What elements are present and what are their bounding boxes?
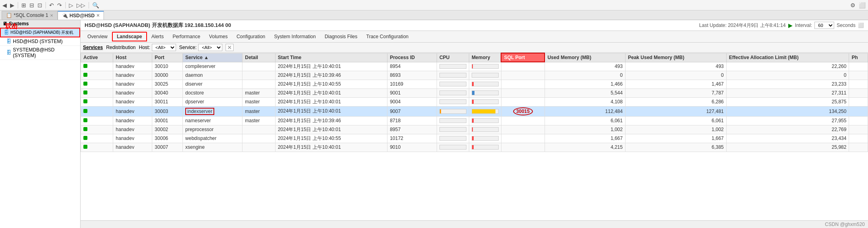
host-select[interactable]: <All> [152,44,176,51]
cell-detail: master [242,97,275,106]
sidebar-item-label-3: SYSTEMDB@HSD (SYSTEM) [13,47,77,58]
tab-trace-configuration[interactable]: Trace Configuration [362,32,413,41]
cell-service: daemon [183,71,242,80]
tab-overview[interactable]: Overview [83,32,112,41]
window-icon[interactable]: ⬜ [858,23,864,28]
col-detail[interactable]: Detail [242,53,275,62]
cell-detail [242,71,275,80]
cell-memory [469,88,501,97]
cell-service: webdispatcher [183,134,242,143]
toolbar-icon-fwd[interactable]: ▶ [9,2,15,9]
sidebar-item-systemdb-hsd[interactable]: 🗄 SYSTEMDB@HSD (SYSTEM) [0,46,80,60]
col-start-time[interactable]: Start Time [275,53,387,62]
cell-ph [849,134,868,143]
col-memory[interactable]: Memory [469,53,501,62]
cell-start-time: 2024年1月15日 上午10:40:01 [275,88,387,97]
cell-cpu [437,62,469,71]
table-row[interactable]: hanadev30001nameservermaster2024年1月15日 上… [81,116,868,125]
toolbar-icon-settings[interactable]: ⚙ [849,2,856,9]
status-green-icon [83,99,87,103]
status-green-icon [83,82,87,86]
col-host[interactable]: Host [113,53,152,62]
sidebar-item-label-2: HSD@HSD (SYSTEM) [13,39,63,44]
service-select[interactable]: <All> [198,44,222,51]
cell-effective-alloc-limit: 134,250 [726,106,849,116]
cell-effective-alloc-limit: 22,260 [726,62,849,71]
status-green-icon [83,118,87,122]
cell-service: diserver [183,80,242,88]
cell-host: hanadev [113,143,152,152]
tab-volumes[interactable]: Volumes [205,32,232,41]
toolbar-icon-search[interactable]: 🔍 [91,2,100,9]
col-process-id[interactable]: Process ID [387,53,437,62]
col-effective-alloc[interactable]: Effective Allocation Limit (MB) [726,53,849,62]
col-service[interactable]: Service ▲ [183,53,242,62]
cell-service: docstore [183,88,242,97]
overview-label: Overview [87,34,108,39]
interval-select[interactable]: 60 30 120 [814,22,834,29]
tab-system-information[interactable]: System Information [270,32,320,41]
toolbar-icon-redo[interactable]: ↷ [56,2,63,9]
toolbar-icon-2[interactable]: ⊟ [29,2,35,9]
cell-active [81,143,113,152]
cell-ph [849,106,868,116]
col-cpu[interactable]: CPU [437,53,469,62]
sidebar-item-hsd-saphana[interactable]: 🗄 HSD@HSD (SAPHANADB) 开发机 [0,28,80,37]
cell-ph [849,116,868,125]
table-row[interactable]: hanadev30002preprocessor2024年1月15日 上午10:… [81,125,868,134]
tab-landscape[interactable]: Landscape [112,32,147,41]
cell-detail [242,125,275,134]
sidebar-item-hsd-system[interactable]: 🗄 HSD@HSD (SYSTEM) [0,37,80,46]
tab-hsd-hsd[interactable]: 🔌 HSD@HSD ✕ [58,11,104,20]
table-container[interactable]: Active Host Port Service ▲ Detail Start … [81,53,868,220]
hsd-tab-icon: 🔌 [62,13,68,18]
cell-start-time: 2024年1月15日 上午10:40:55 [275,134,387,143]
toolbar-icon-3[interactable]: ⊡ [37,2,43,9]
tab-diagnosis-files[interactable]: Diagnosis Files [320,32,362,41]
service-filter: Service: <All> [179,44,222,51]
toolbar-icon-runall[interactable]: ▷▷ [76,2,86,9]
toolbar-icon-undo[interactable]: ↶ [48,2,55,9]
toolbar-icon-run[interactable]: ▷ [68,2,74,9]
col-used-memory[interactable]: Used Memory (MB) [545,53,625,62]
toolbar-icon-1[interactable]: ⊞ [21,2,27,9]
interval-label: Interval: [795,23,812,28]
sql-console-close[interactable]: ✕ [50,13,53,18]
db-icon-3: 🗄 [6,50,11,55]
cell-process-id: 9004 [387,97,437,106]
cell-port: 30006 [152,134,183,143]
table-row[interactable]: hanadev30006webdispatcher2024年1月15日 上午10… [81,134,868,143]
col-ph[interactable]: Ph [849,53,868,62]
cell-port: 30010 [152,62,183,71]
cell-ph [849,97,868,106]
table-row[interactable]: hanadev30007xsengine2024年1月15日 上午10:40:0… [81,143,868,152]
cell-memory [469,62,501,71]
col-sql-port[interactable]: SQL Port [501,53,545,62]
cell-detail [242,62,275,71]
filter-clear-icon[interactable]: ✕ [226,44,234,51]
table-row[interactable]: hanadev30040docstoremaster2024年1月15日 上午1… [81,88,868,97]
table-row[interactable]: hanadev30010compileserver2024年1月15日 上午10… [81,62,868,71]
hsd-tab-close[interactable]: ✕ [96,13,99,18]
col-active[interactable]: Active [81,53,113,62]
toolbar-icon-window[interactable]: ⬜ [858,2,866,9]
cell-host: hanadev [113,106,152,116]
cell-peak-used-memory: 6,385 [625,143,726,152]
cell-peak-used-memory: 1,002 [625,125,726,134]
table-header-row: Active Host Port Service ▲ Detail Start … [81,53,868,62]
table-row[interactable]: hanadev30011dpservermaster2024年1月15日 上午1… [81,97,868,106]
nav-tabs: Overview Landscape Alerts Performance Vo… [81,31,868,43]
tab-performance[interactable]: Performance [168,32,205,41]
col-peak-used-memory[interactable]: Peak Used Memory (MB) [625,53,726,62]
table-row[interactable]: hanadev30003indexservermaster2024年1月15日 … [81,106,868,116]
tab-sql-console[interactable]: 📋 *SQL Console 1 ✕ [2,11,58,20]
col-port[interactable]: Port [152,53,183,62]
cell-used-memory: 4,108 [545,97,625,106]
status-green-icon [83,145,87,149]
tab-configuration[interactable]: Configuration [232,32,269,41]
table-row[interactable]: hanadev30000daemon2024年1月15日 上午10:39:468… [81,71,868,80]
table-row[interactable]: hanadev30025diserver2024年1月15日 上午10:40:5… [81,80,868,88]
tab-alerts[interactable]: Alerts [147,32,168,41]
toolbar-icon-back[interactable]: ◀ [2,2,8,9]
cell-peak-used-memory: 6,061 [625,116,726,125]
